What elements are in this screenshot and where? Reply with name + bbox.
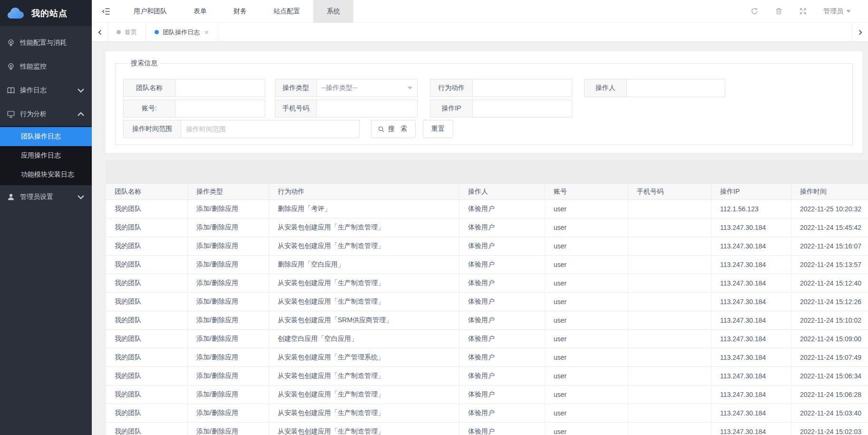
tab-bar: 首页 团队操作日志 × bbox=[92, 23, 868, 42]
table-cell: user bbox=[545, 423, 628, 435]
table-cell: 我的团队 bbox=[106, 293, 188, 311]
sidebar-item-label: 管理员设置 bbox=[20, 193, 72, 201]
sidebar-item-operation-logs[interactable]: 操作日志 bbox=[0, 79, 92, 102]
sidebar-item-label: 行为分析 bbox=[20, 110, 72, 119]
fullscreen-icon[interactable] bbox=[799, 7, 807, 15]
table-row: 我的团队添加/删除应用从安装包创建应用「SRM供应商管理」体验用户user113… bbox=[106, 311, 868, 330]
table-cell: 添加/删除应用 bbox=[188, 218, 269, 237]
time-range-input[interactable] bbox=[181, 120, 360, 138]
column-header: 操作时间 bbox=[791, 184, 868, 200]
table-cell: 添加/删除应用 bbox=[188, 237, 269, 256]
table-cell bbox=[628, 423, 712, 435]
table-row: 我的团队添加/删除应用从安装包创建应用「生产制造管理」体验用户user113.2… bbox=[106, 423, 868, 435]
top-header: 用户和团队 表单 财务 站点配置 系统 管理员 bbox=[92, 0, 868, 23]
table-cell: 我的团队 bbox=[106, 348, 188, 367]
table-cell: 从安装包创建应用「生产制造管理」 bbox=[269, 367, 459, 386]
sidebar-item-performance-monitor[interactable]: 性能监控 bbox=[0, 55, 92, 79]
tab-home[interactable]: 首页 bbox=[108, 23, 146, 41]
table-cell: 添加/删除应用 bbox=[188, 293, 269, 311]
table-row: 我的团队添加/删除应用删除应用「空白应用」体验用户user113.247.30.… bbox=[106, 256, 868, 274]
table-row: 我的团队添加/删除应用创建空白应用「空白应用」体验用户user113.247.3… bbox=[106, 330, 868, 348]
field-account: 账号: bbox=[123, 99, 265, 118]
form-row-2: 账号: 手机号码 操作IP bbox=[123, 99, 844, 118]
table-cell: 从安装包创建应用「生产制造管理」 bbox=[269, 237, 459, 256]
table-cell: 从安装包创建应用「生产制造管理」 bbox=[269, 386, 459, 404]
sidebar-subitem-app-operation-log[interactable]: 应用操作日志 bbox=[0, 146, 92, 165]
table-cell: user bbox=[545, 256, 628, 274]
table-cell: 从安装包创建应用「生产制造管理」 bbox=[269, 293, 459, 311]
sidebar: 我的站点 性能配置与消耗 性能监控 操作日志 bbox=[0, 0, 92, 435]
table-cell: 113.247.30.184 bbox=[712, 237, 791, 256]
tab-label: 首页 bbox=[125, 28, 137, 37]
book-icon bbox=[7, 86, 15, 95]
table-row: 我的团队添加/删除应用从安装包创建应用「生产制造管理」体验用户user113.2… bbox=[106, 293, 868, 311]
table-cell: 113.247.30.184 bbox=[712, 423, 791, 435]
sidebar-item-admin-settings[interactable]: 管理员设置 bbox=[0, 185, 92, 209]
table-cell bbox=[628, 404, 712, 423]
sidebar-subitem-module-install-log[interactable]: 功能模块安装日志 bbox=[0, 165, 92, 184]
action-input[interactable] bbox=[472, 79, 572, 97]
refresh-icon[interactable] bbox=[751, 7, 759, 15]
table-cell: 113.247.30.184 bbox=[712, 386, 791, 404]
table-cell bbox=[628, 237, 712, 256]
team-name-input[interactable] bbox=[175, 79, 265, 97]
phone-input[interactable] bbox=[316, 99, 418, 118]
sub-item-label: 团队操作日志 bbox=[21, 132, 61, 141]
table-cell: user bbox=[545, 367, 628, 386]
search-button[interactable]: 搜 索 bbox=[371, 120, 416, 138]
operator-input[interactable] bbox=[626, 79, 725, 97]
tabs-scroll-left-button[interactable] bbox=[92, 23, 108, 41]
tabs-scroll-right-button[interactable] bbox=[852, 23, 868, 41]
sidebar-menu: 性能配置与消耗 性能监控 操作日志 行为分析 bbox=[0, 26, 92, 209]
log-table-section: 团队名称操作类型行为动作操作人账号手机号码操作IP操作时间 我的团队添加/删除应… bbox=[106, 160, 868, 435]
app-root: 我的站点 性能配置与消耗 性能监控 操作日志 bbox=[0, 0, 868, 435]
sidebar-item-performance-config[interactable]: 性能配置与消耗 bbox=[0, 31, 92, 55]
admin-dropdown[interactable]: 管理员 bbox=[823, 7, 851, 16]
table-cell: 删除应用「考评」 bbox=[269, 200, 459, 218]
table-cell: user bbox=[545, 293, 628, 311]
table-cell: 添加/删除应用 bbox=[188, 404, 269, 423]
table-cell bbox=[628, 367, 712, 386]
nav-item-forms[interactable]: 表单 bbox=[180, 0, 220, 23]
table-cell: 从安装包创建应用「生产制造管理」 bbox=[269, 404, 459, 423]
nav-item-finance[interactable]: 财务 bbox=[220, 0, 260, 23]
field-label: 操作人 bbox=[584, 79, 627, 97]
sidebar-item-label: 操作日志 bbox=[20, 86, 72, 95]
search-fieldset: 搜索信息 团队名称 操作类型 --操作类型-- bbox=[115, 59, 853, 145]
tab-close-icon[interactable]: × bbox=[205, 28, 209, 36]
nav-item-users-teams[interactable]: 用户和团队 bbox=[120, 0, 180, 23]
table-cell: 2022-11-24 15:06:28 bbox=[791, 386, 868, 404]
sub-item-label: 功能模块安装日志 bbox=[21, 170, 74, 179]
nav-item-label: 系统 bbox=[327, 7, 340, 16]
column-header: 操作IP bbox=[712, 184, 791, 200]
chevron-down-icon bbox=[77, 86, 85, 95]
nav-item-site-config[interactable]: 站点配置 bbox=[260, 0, 313, 23]
sidebar-subitem-team-operation-log[interactable]: 团队操作日志 bbox=[0, 127, 92, 146]
tab-team-operation-log[interactable]: 团队操作日志 × bbox=[146, 23, 218, 41]
table-cell: user bbox=[545, 237, 628, 256]
operation-type-select[interactable]: --操作类型-- bbox=[316, 79, 418, 97]
table-cell bbox=[628, 218, 712, 237]
nav-item-system[interactable]: 系统 bbox=[313, 0, 353, 23]
field-label: 操作时间范围 bbox=[123, 120, 181, 138]
table-cell: 113.247.30.184 bbox=[712, 218, 791, 237]
table-body: 我的团队添加/删除应用删除应用「考评」体验用户user112.1.56.1232… bbox=[106, 200, 868, 435]
table-cell: 添加/删除应用 bbox=[188, 348, 269, 367]
table-cell: 体验用户 bbox=[459, 237, 545, 256]
table-cell: 2022-11-24 15:07:49 bbox=[791, 348, 868, 367]
table-cell: 2022-11-24 15:06:34 bbox=[791, 367, 868, 386]
table-cell: 删除应用「空白应用」 bbox=[269, 256, 459, 274]
account-input[interactable] bbox=[175, 99, 265, 118]
reset-button[interactable]: 重置 bbox=[423, 120, 453, 138]
table-cell: 我的团队 bbox=[106, 404, 188, 423]
table-cell: 2022-11-24 15:10:02 bbox=[791, 311, 868, 330]
chevron-up-icon bbox=[77, 110, 85, 119]
sidebar-item-behavior-analysis[interactable]: 行为分析 bbox=[0, 102, 92, 126]
operation-ip-input[interactable] bbox=[472, 99, 572, 118]
table-cell: 体验用户 bbox=[459, 274, 545, 293]
table-cell: 2022-11-24 15:13:57 bbox=[791, 256, 868, 274]
trash-icon[interactable] bbox=[775, 7, 783, 15]
sidebar-collapse-button[interactable] bbox=[92, 7, 120, 16]
table-cell: 从安装包创建应用「生产制造管理」 bbox=[269, 423, 459, 435]
chevron-down-icon bbox=[77, 193, 85, 201]
